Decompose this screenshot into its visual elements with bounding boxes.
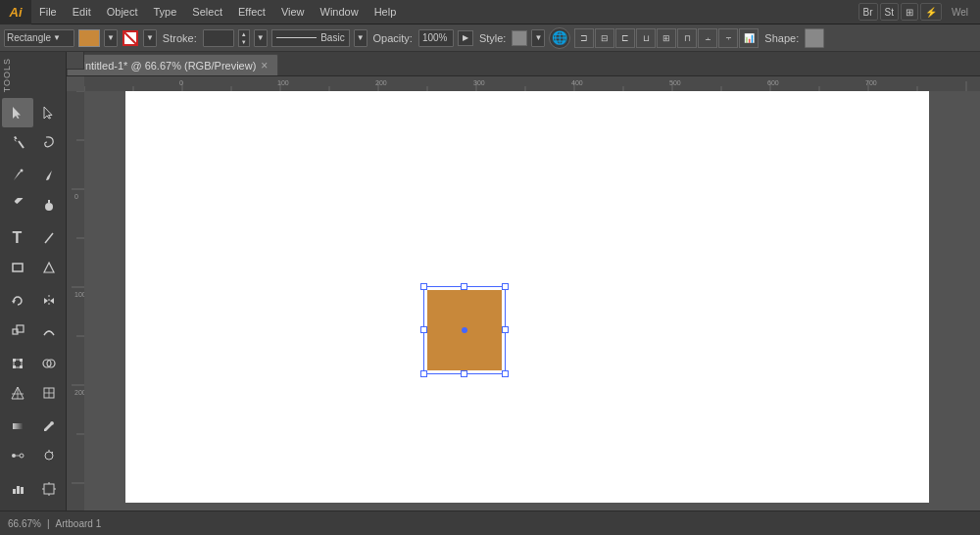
shaper-tool[interactable]	[33, 253, 65, 282]
svg-point-32	[12, 454, 16, 458]
stroke-swatch[interactable]	[122, 29, 139, 47]
fill-dropdown-caret: ▼	[107, 33, 115, 42]
artboard[interactable]	[125, 91, 929, 503]
mesh-tool[interactable]	[33, 378, 65, 408]
paintbrush-tool[interactable]	[33, 161, 65, 190]
toolbox: TOOLS	[0, 52, 67, 511]
handle-bottom-left[interactable]	[420, 370, 427, 377]
handle-middle-right[interactable]	[502, 326, 509, 333]
stroke-line-dropdown[interactable]: ▼	[354, 29, 368, 47]
stroke-line-preview[interactable]: Basic	[271, 29, 350, 47]
svg-text:400: 400	[571, 79, 583, 86]
canvas-area[interactable]: Untitled-1* @ 66.67% (RGB/Preview) ×	[67, 52, 980, 511]
eyedropper-tool[interactable]	[33, 412, 65, 441]
pen-tool[interactable]	[2, 161, 33, 190]
gradient-tool[interactable]	[2, 412, 33, 441]
distribute-h-btn[interactable]: ⫠	[698, 28, 717, 48]
fill-dropdown[interactable]: ▼	[104, 29, 118, 47]
menu-window[interactable]: Window	[313, 0, 367, 24]
menu-file[interactable]: File	[31, 0, 65, 24]
align-top-btn[interactable]: ⊔	[636, 28, 656, 48]
menu-bar: Ai File Edit Object Type Select Effect V…	[0, 0, 980, 24]
line-segment-tool[interactable]	[33, 223, 65, 253]
symbol-sprayer-tool[interactable]	[33, 441, 65, 470]
handle-top-middle[interactable]	[461, 283, 467, 290]
align-center-h-btn[interactable]: ⊟	[595, 28, 614, 48]
magic-wand-tool[interactable]	[2, 127, 33, 157]
handle-top-right[interactable]	[502, 283, 509, 290]
tool-row-13	[2, 474, 65, 504]
fill-swatch[interactable]	[78, 29, 100, 47]
handle-middle-left[interactable]	[420, 326, 427, 333]
menu-view[interactable]: View	[273, 0, 313, 24]
opacity-arrow-btn[interactable]: ▶	[458, 30, 473, 46]
opacity-input[interactable]	[418, 29, 454, 47]
shape-label-right: Shape:	[762, 32, 801, 44]
scale-tool[interactable]	[2, 316, 33, 345]
menu-object[interactable]: Object	[99, 0, 146, 24]
align-left-btn[interactable]: ⊐	[574, 28, 594, 48]
align-center-v-btn[interactable]: ⊞	[657, 28, 676, 48]
eraser-tool[interactable]	[33, 504, 65, 511]
selected-rectangle[interactable]	[427, 290, 502, 370]
menu-help[interactable]: Help	[367, 0, 405, 24]
free-transform-tool[interactable]	[2, 349, 33, 378]
style-swatch[interactable]	[512, 30, 527, 46]
handle-bottom-middle[interactable]	[461, 370, 467, 377]
shape-icon-btn[interactable]	[805, 28, 824, 48]
pencil-tool[interactable]	[2, 190, 33, 219]
menu-effect[interactable]: Effect	[230, 0, 273, 24]
slice-tool[interactable]	[2, 504, 33, 511]
shape-builder-tool[interactable]	[33, 349, 65, 378]
lasso-tool[interactable]	[33, 127, 65, 157]
tool-row-1	[2, 98, 65, 127]
document-tab[interactable]: Untitled-1* @ 66.67% (RGB/Preview) ×	[67, 54, 278, 75]
rotate-tool[interactable]	[2, 286, 33, 316]
reflect-tool[interactable]	[33, 286, 65, 316]
blob-brush-tool[interactable]	[33, 190, 65, 219]
stroke-line	[276, 37, 318, 39]
stroke-unit-dropdown[interactable]: ▼	[254, 29, 268, 47]
stroke-width-input[interactable]	[203, 29, 234, 47]
distribute-v-btn[interactable]: ⫟	[718, 28, 738, 48]
svg-rect-82	[67, 91, 84, 511]
svg-rect-20	[13, 365, 16, 368]
handle-top-left[interactable]	[420, 283, 427, 290]
chart-btn[interactable]: 📊	[739, 28, 759, 48]
search-button[interactable]: ⚡	[920, 3, 942, 21]
artboard-tool[interactable]	[33, 474, 65, 504]
stock-button[interactable]: St	[880, 3, 899, 21]
align-right-btn[interactable]: ⊏	[615, 28, 635, 48]
options-bar: Rectangle ▼ ▼ ▼ Stroke: ▲ ▼ ▼ Basic ▼ Op…	[0, 24, 980, 52]
status-separator: |	[47, 518, 50, 529]
shape-dropdown[interactable]: Rectangle ▼	[4, 29, 74, 47]
menu-edit[interactable]: Edit	[65, 0, 99, 24]
document-tab-close[interactable]: ×	[261, 59, 268, 73]
tool-row-6	[2, 253, 65, 282]
type-tool[interactable]: T	[2, 223, 33, 253]
handle-bottom-right[interactable]	[502, 370, 509, 377]
workspace-button[interactable]: ⊞	[901, 3, 918, 21]
svg-rect-41	[44, 484, 54, 494]
selection-tool[interactable]	[2, 98, 33, 127]
perspective-grid-tool[interactable]	[2, 378, 33, 408]
menu-type[interactable]: Type	[146, 0, 185, 24]
stroke-stepper-up[interactable]: ▲	[239, 30, 249, 38]
warp-tool[interactable]	[33, 316, 65, 345]
stroke-stepper[interactable]: ▲ ▼	[238, 29, 250, 47]
stroke-stepper-down[interactable]: ▼	[239, 38, 249, 46]
svg-marker-3	[14, 136, 18, 142]
style-label: Style:	[477, 32, 509, 44]
bridge-button[interactable]: Br	[858, 3, 878, 21]
svg-marker-13	[44, 298, 48, 304]
direct-selection-tool[interactable]	[33, 98, 65, 127]
tool-row-7	[2, 286, 65, 316]
earth-button[interactable]: 🌐	[549, 27, 570, 49]
rectangle-tool[interactable]	[2, 253, 33, 282]
align-bottom-btn[interactable]: ⊓	[677, 28, 697, 48]
blend-tool[interactable]	[2, 441, 33, 470]
column-graph-tool[interactable]	[2, 474, 33, 504]
stroke-dropdown[interactable]: ▼	[143, 29, 157, 47]
style-dropdown[interactable]: ▼	[531, 29, 545, 47]
menu-select[interactable]: Select	[184, 0, 230, 24]
